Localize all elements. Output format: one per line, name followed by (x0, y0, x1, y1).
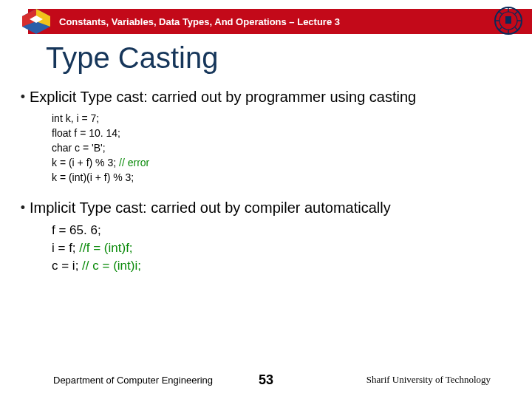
code-line: k = (i + f) % 3; // error (52, 155, 517, 170)
code-comment: //f = (int)f; (79, 241, 132, 255)
code-line: int k, i = 7; (52, 111, 517, 126)
header-title: Constants, Variables, Data Types, And Op… (59, 16, 340, 27)
page-number: 53 (259, 372, 273, 388)
bullet-explicit-text: Explicit Type cast: carried out by progr… (30, 87, 416, 106)
bullet-implicit: • Implicit Type cast: carried out by com… (16, 198, 517, 217)
code-line: k = (int)(i + f) % 3; (52, 170, 517, 185)
code-comment: // c = (int)i; (82, 259, 141, 273)
svg-line-10 (499, 11, 502, 14)
bullet-dot-icon: • (16, 87, 30, 106)
code-text: c = i; (52, 259, 82, 273)
code-block-implicit: f = 65. 6; i = f; //f = (int)f; c = i; /… (52, 222, 517, 275)
code-line: i = f; //f = (int)f; (52, 239, 517, 257)
logo-right-icon (494, 6, 523, 35)
bullet-dot-icon: • (16, 198, 30, 217)
footer-university: Sharif University of Technology (366, 374, 491, 386)
bullet-explicit: • Explicit Type cast: carried out by pro… (16, 87, 517, 106)
svg-line-13 (499, 27, 502, 30)
code-block-explicit: int k, i = 7; float f = 10. 14; char c =… (52, 111, 517, 185)
bullet-implicit-text: Implicit Type cast: carried out by compi… (30, 198, 391, 217)
code-line: c = i; // c = (int)i; (52, 257, 517, 275)
code-text: i = f; (52, 241, 79, 255)
slide-title: Type Casting (46, 41, 218, 75)
footer: Department of Computer Engineering 53 Sh… (0, 374, 532, 386)
svg-line-11 (515, 27, 518, 30)
header-bar: Constants, Variables, Data Types, And Op… (28, 9, 532, 34)
code-line: f = 65. 6; (52, 222, 517, 239)
svg-rect-14 (505, 16, 511, 24)
code-line: float f = 10. 14; (52, 126, 517, 140)
logo-left-icon (19, 4, 53, 38)
code-line: char c = 'B'; (52, 140, 517, 155)
content-area: • Explicit Type cast: carried out by pro… (16, 87, 517, 288)
svg-line-12 (515, 11, 518, 14)
footer-department: Department of Computer Engineering (53, 375, 213, 386)
code-text: k = (i + f) % 3; (52, 157, 119, 168)
code-comment: // error (119, 157, 149, 168)
